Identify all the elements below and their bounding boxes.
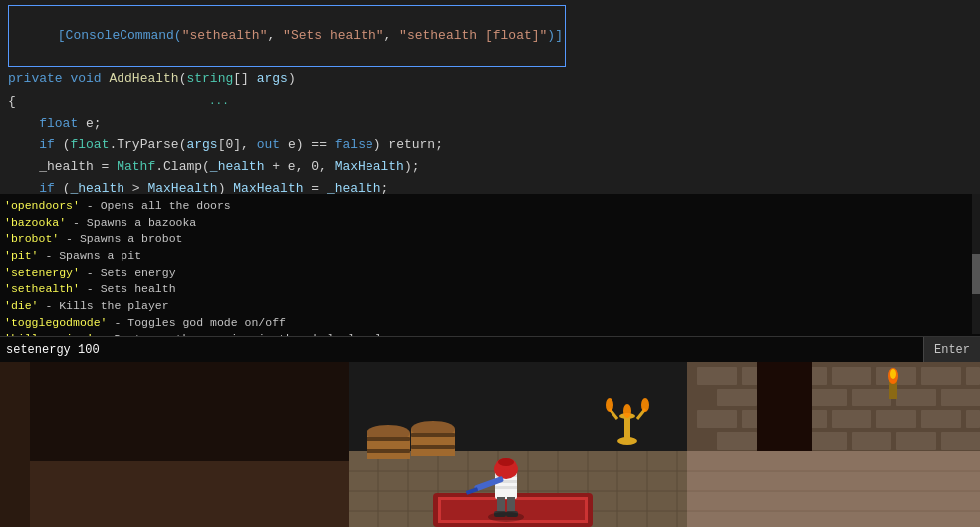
svg-rect-46 <box>687 451 980 527</box>
svg-point-53 <box>890 369 896 379</box>
console-input-line: setenergy 100 Enter <box>0 336 980 362</box>
svg-rect-43 <box>852 432 891 450</box>
svg-point-89 <box>488 512 524 522</box>
svg-point-70 <box>641 398 649 412</box>
svg-rect-38 <box>921 410 961 428</box>
svg-rect-32 <box>941 389 980 406</box>
svg-rect-36 <box>832 410 871 428</box>
svg-rect-45 <box>941 432 980 450</box>
svg-rect-23 <box>832 367 871 385</box>
code-line-5: if (float.TryParse(args[0], out e) == fa… <box>0 134 980 156</box>
svg-rect-62 <box>411 433 455 437</box>
svg-point-71 <box>623 404 631 418</box>
svg-point-84 <box>498 458 514 466</box>
svg-rect-27 <box>717 389 757 406</box>
svg-rect-85 <box>497 497 505 513</box>
code-line-4: float e; <box>0 113 980 134</box>
svg-rect-86 <box>507 497 515 513</box>
svg-rect-76 <box>438 497 441 523</box>
svg-rect-50 <box>757 362 812 451</box>
intellisense-dots: ··· <box>209 97 229 109</box>
code-editor: [ConsoleCommand("sethealth", "Sets healt… <box>0 0 980 194</box>
svg-rect-30 <box>852 389 891 406</box>
code-line-2: private void AddHealth(string[] args) <box>0 68 980 90</box>
svg-rect-63 <box>411 445 455 449</box>
svg-rect-25 <box>921 367 961 385</box>
console-panel: 'opendoors' - Opens all the doors 'bazoo… <box>0 194 980 362</box>
svg-rect-26 <box>966 367 980 385</box>
svg-rect-42 <box>807 432 847 450</box>
svg-rect-77 <box>585 497 588 523</box>
svg-rect-2 <box>0 362 30 527</box>
enter-button[interactable]: Enter <box>923 337 980 362</box>
svg-rect-33 <box>697 410 737 428</box>
svg-point-69 <box>606 398 613 412</box>
svg-rect-81 <box>495 486 517 489</box>
console-input-value[interactable]: setenergy 100 <box>0 343 923 357</box>
svg-rect-1 <box>0 461 349 527</box>
code-line-1: [ConsoleCommand("sethealth", "Sets healt… <box>0 4 980 68</box>
svg-rect-29 <box>807 389 847 406</box>
code-line-3: { <box>0 91 980 113</box>
svg-rect-58 <box>367 449 410 453</box>
svg-rect-39 <box>966 410 980 428</box>
scrollbar-thumb[interactable] <box>972 254 980 294</box>
console-output: 'opendoors' - Opens all the doors 'bazoo… <box>0 194 980 348</box>
svg-rect-44 <box>896 432 936 450</box>
console-scrollbar[interactable] <box>972 194 980 334</box>
svg-rect-40 <box>717 432 757 450</box>
game-viewport <box>0 362 980 527</box>
highlight-box: [ConsoleCommand("sethealth", "Sets healt… <box>8 5 566 67</box>
code-line-6: _health = Mathf.Clamp(_health + e, 0, Ma… <box>0 156 980 178</box>
svg-rect-20 <box>697 367 737 385</box>
svg-point-65 <box>617 437 637 445</box>
svg-rect-37 <box>876 410 916 428</box>
svg-rect-57 <box>367 437 410 441</box>
game-scene <box>0 362 980 527</box>
svg-rect-31 <box>896 389 936 406</box>
